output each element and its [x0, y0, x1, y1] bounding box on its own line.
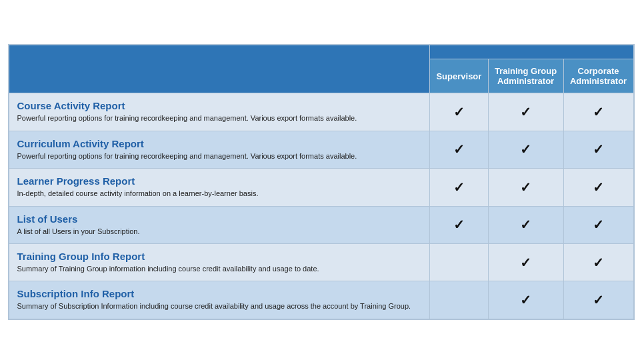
- checkmark-icon: [520, 255, 531, 270]
- checkmark-icon: [520, 180, 531, 195]
- report-description: Powerful reporting options for training …: [17, 151, 422, 161]
- report-title: List of Users: [17, 213, 422, 225]
- check-cell: [430, 281, 488, 319]
- checkmark-icon: [453, 142, 465, 157]
- check-cell: [488, 243, 563, 281]
- checkmark-icon: [520, 293, 531, 307]
- table-row: Subscription Info ReportSummary of Subsc…: [9, 281, 633, 319]
- check-cell: [563, 169, 633, 206]
- report-title: Training Group Info Report: [17, 251, 422, 262]
- report-description: A list of all Users in your Subscription…: [17, 227, 422, 237]
- role-header: [430, 45, 633, 59]
- checkmark-icon: [593, 105, 604, 119]
- supervisor-col-header: Supervisor: [430, 59, 488, 93]
- check-cell: [430, 169, 488, 206]
- check-cell: [488, 93, 563, 131]
- corporate-admin-col-header: CorporateAdministrator: [563, 59, 633, 93]
- report-description: Powerful reporting options for training …: [17, 113, 422, 123]
- checkmark-icon: [593, 293, 604, 307]
- report-cell: Learner Progress ReportIn-depth, detaile…: [9, 169, 430, 206]
- checkmark-icon: [593, 217, 604, 232]
- checkmark-icon: [520, 217, 531, 232]
- check-cell: [488, 131, 563, 168]
- check-cell: [430, 243, 488, 281]
- check-cell: [563, 206, 633, 243]
- checkmark-icon: [593, 180, 604, 195]
- check-cell: [563, 243, 633, 281]
- report-description: Summary of Training Group information in…: [17, 264, 422, 274]
- report-description: Summary of Subscription Information incl…: [17, 301, 422, 311]
- report-cell: Training Group Info ReportSummary of Tra…: [9, 243, 430, 281]
- report-cell: Course Activity ReportPowerful reporting…: [9, 93, 430, 131]
- check-cell: [488, 206, 563, 243]
- check-cell: [563, 93, 633, 131]
- check-cell: [488, 169, 563, 206]
- report-cell: Curriculum Activity ReportPowerful repor…: [9, 131, 430, 168]
- table-row: Curriculum Activity ReportPowerful repor…: [9, 131, 633, 168]
- type-of-report-header: [9, 45, 430, 93]
- report-table: Supervisor Training GroupAdministrator C…: [8, 44, 635, 319]
- checkmark-icon: [593, 255, 604, 270]
- check-cell: [430, 206, 488, 243]
- report-description: In-depth, detailed course activity infor…: [17, 189, 422, 199]
- table-row: Course Activity ReportPowerful reporting…: [9, 93, 633, 131]
- report-title: Course Activity Report: [17, 100, 422, 111]
- report-title: Subscription Info Report: [17, 288, 422, 299]
- checkmark-icon: [520, 142, 531, 157]
- report-title: Curriculum Activity Report: [17, 138, 422, 149]
- checkmark-icon: [453, 217, 465, 232]
- checkmark-icon: [593, 142, 604, 157]
- table-row: Training Group Info ReportSummary of Tra…: [9, 243, 633, 281]
- checkmark-icon: [520, 105, 531, 119]
- report-title: Learner Progress Report: [17, 175, 422, 187]
- checkmark-icon: [453, 105, 465, 119]
- check-cell: [563, 281, 633, 319]
- report-cell: Subscription Info ReportSummary of Subsc…: [9, 281, 430, 319]
- check-cell: [430, 93, 488, 131]
- check-cell: [430, 131, 488, 168]
- check-cell: [563, 131, 633, 168]
- table-row: Learner Progress ReportIn-depth, detaile…: [9, 169, 633, 206]
- check-cell: [488, 281, 563, 319]
- training-group-admin-col-header: Training GroupAdministrator: [488, 59, 563, 93]
- table-row: List of UsersA list of all Users in your…: [9, 206, 633, 243]
- checkmark-icon: [453, 180, 465, 195]
- report-cell: List of UsersA list of all Users in your…: [9, 206, 430, 243]
